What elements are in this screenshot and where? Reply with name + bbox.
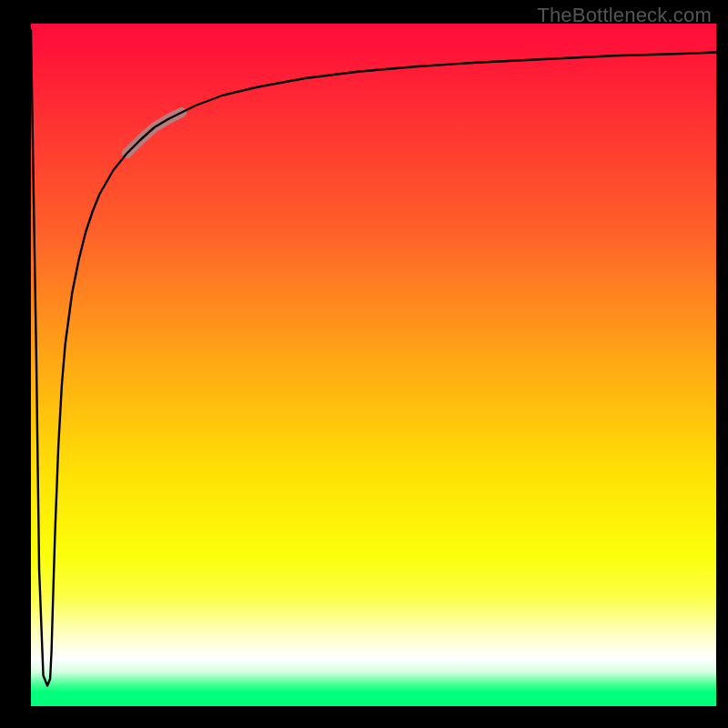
chart-frame: TheBottleneck.com <box>0 0 728 728</box>
bottleneck-curve <box>31 31 716 686</box>
plot-area <box>31 24 716 706</box>
attribution-text: TheBottleneck.com <box>537 4 712 27</box>
chart-svg <box>31 24 716 706</box>
highlighted-curve-segment <box>126 113 181 154</box>
